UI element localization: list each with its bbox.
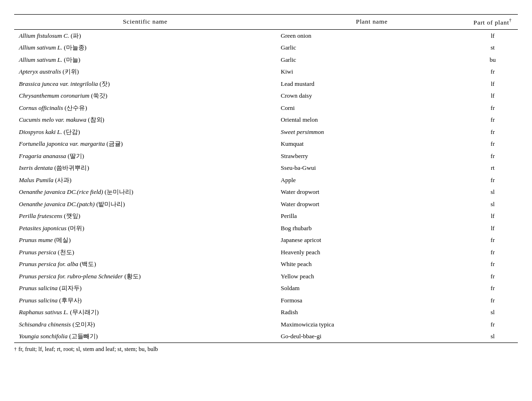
table-row: Cucumis melo var. makuwa (참외)Oriental me… — [14, 114, 518, 126]
part-of-plant-cell: fr — [467, 294, 518, 307]
table-footnote: † fr, fruit; lf, leaf; rt, root; sl, ste… — [14, 346, 518, 353]
scientific-name-cell: Apteryx australis (키위) — [14, 66, 276, 78]
table-row: Prunus mume (메실)Japanese apricotfr — [14, 234, 518, 246]
plant-name-cell: Kiwi — [276, 66, 467, 78]
table-row: Petasites japonicus (머위)Bog rhubarblf — [14, 222, 518, 234]
part-of-plant-cell: sl — [467, 198, 518, 210]
scientific-name-header: Scientific name — [14, 15, 276, 30]
scientific-name-cell: Prunus persica for. alba (백도) — [14, 258, 276, 270]
plant-name-cell: Japanese apricot — [276, 234, 467, 246]
part-of-plant-cell: fr — [467, 66, 518, 78]
scientific-name-cell: Cornus officinalis (산수유) — [14, 102, 276, 114]
plant-name-cell: Formosa — [276, 294, 467, 307]
part-of-plant-cell: lf — [467, 78, 518, 90]
part-of-plant-cell: fr — [467, 270, 518, 283]
part-of-plant-header: Part of plant† — [467, 15, 518, 30]
part-of-plant-cell: sl — [467, 306, 518, 318]
part-of-plant-cell: sl — [467, 186, 518, 198]
data-table: Scientific name Plant name Part of plant… — [14, 14, 518, 343]
scientific-name-cell: Malus Pumila (사과) — [14, 174, 276, 186]
plant-name-cell: Sweet persimmon — [276, 126, 467, 138]
part-of-plant-cell: lf — [467, 90, 518, 102]
table-row: Allium sativum L. (마늘)Garlicbu — [14, 54, 518, 66]
part-of-plant-cell: fr — [467, 258, 518, 270]
scientific-name-cell: Oenanthe javanica DC.(patch) (밭미나리) — [14, 198, 276, 210]
scientific-name-cell: Prunus mume (메실) — [14, 234, 276, 246]
part-of-plant-cell: lf — [467, 222, 518, 234]
table-row: Allium sativum L. (마늘종)Garlicst — [14, 42, 518, 54]
part-of-plant-cell: fr — [467, 102, 518, 114]
table-row: Prunus salicina (피자두)Soldamfr — [14, 282, 518, 294]
scientific-name-cell: Ixeris dentata (씀바귀뿌리) — [14, 162, 276, 174]
scientific-name-cell: Brassica juncea var. integrilolia (잣) — [14, 78, 276, 90]
plant-name-cell: Soldam — [276, 282, 467, 294]
part-of-plant-cell: bu — [467, 54, 518, 66]
part-of-plant-cell: fr — [467, 246, 518, 259]
footnote-ref-header: † — [509, 17, 512, 23]
plant-name-cell: Sseu-ba-Gwui — [276, 162, 467, 174]
plant-name-cell: Kumquat — [276, 138, 467, 150]
scientific-name-cell: Prunus salicina (피자두) — [14, 282, 276, 294]
part-of-plant-cell: lf — [467, 210, 518, 222]
scientific-name-cell: Prunus salicina (후무사) — [14, 294, 276, 307]
scientific-name-cell: Chrysanthemum coronarium (쑥갓) — [14, 90, 276, 102]
footnote-symbol: † — [14, 347, 17, 351]
part-of-plant-cell: fr — [467, 138, 518, 150]
table-row: Raphanus sativus L. (무시래기)Radishsl — [14, 306, 518, 318]
plant-name-cell: Apple — [276, 174, 467, 186]
part-of-plant-cell: fr — [467, 282, 518, 294]
footnote-text: fr, fruit; lf, leaf; rt, root; sl, stem … — [18, 346, 158, 353]
part-of-plant-cell: st — [467, 42, 518, 54]
plant-name-cell: Bog rhubarb — [276, 222, 467, 234]
plant-name-cell: Oriental melon — [276, 114, 467, 126]
part-of-plant-cell: fr — [467, 318, 518, 331]
main-table-container: Scientific name Plant name Part of plant… — [14, 14, 518, 353]
plant-name-cell: Garlic — [276, 54, 467, 66]
plant-name-cell: Radish — [276, 306, 467, 318]
plant-name-cell: Maximowiczia typica — [276, 318, 467, 331]
table-row: Allium fistulosum C. (파)Green onionlf — [14, 29, 518, 42]
scientific-name-cell: Petasites japonicus (머위) — [14, 222, 276, 234]
scientific-name-cell: Allium fistulosum C. (파) — [14, 29, 276, 42]
part-of-plant-cell: lf — [467, 29, 518, 42]
table-row: Oenanthe javanica DC.(patch) (밭미나리)Water… — [14, 198, 518, 210]
plant-name-cell: Heavenly peach — [276, 246, 467, 259]
table-row: Ixeris dentata (씀바귀뿌리)Sseu-ba-Gwuirt — [14, 162, 518, 174]
scientific-name-cell: Allium sativum L. (마늘종) — [14, 42, 276, 54]
table-row: Diospyros kaki L. (단감)Sweet persimmonfr — [14, 126, 518, 138]
plant-name-cell: Water dropwort — [276, 186, 467, 198]
scientific-name-cell: Cucumis melo var. makuwa (참외) — [14, 114, 276, 126]
plant-name-cell: Perilla — [276, 210, 467, 222]
table-row: Chrysanthemum coronarium (쑥갓)Crown daisy… — [14, 90, 518, 102]
table-row: Malus Pumila (사과)Applefr — [14, 174, 518, 186]
table-row: Brassica juncea var. integrilolia (잣)Lea… — [14, 78, 518, 90]
plant-name-cell: White peach — [276, 258, 467, 270]
part-of-plant-cell: sl — [467, 330, 518, 343]
table-row: Prunus salicina (후무사)Formosafr — [14, 294, 518, 307]
table-row: Fortunella japonica var. margarita (금귤)K… — [14, 138, 518, 150]
table-row: Perilla frutescens (깻잎)Perillalf — [14, 210, 518, 222]
table-row: Youngia sonchifolia (고들빼기)Go-deul-bbae-g… — [14, 330, 518, 343]
table-row: Fragaria ananassa (딸기)Strawberryfr — [14, 150, 518, 162]
scientific-name-cell: Youngia sonchifolia (고들빼기) — [14, 330, 276, 343]
scientific-name-cell: Prunus persica for. rubro-plena Schneide… — [14, 270, 276, 283]
scientific-name-cell: Fortunella japonica var. margarita (금귤) — [14, 138, 276, 150]
plant-name-cell: Yellow peach — [276, 270, 467, 283]
scientific-name-cell: Schisandra chinensis (오미자) — [14, 318, 276, 331]
part-of-plant-cell: fr — [467, 150, 518, 162]
scientific-name-cell: Diospyros kaki L. (단감) — [14, 126, 276, 138]
part-of-plant-cell: fr — [467, 114, 518, 126]
part-of-plant-cell: fr — [467, 174, 518, 186]
scientific-name-cell: Perilla frutescens (깻잎) — [14, 210, 276, 222]
scientific-name-cell: Raphanus sativus L. (무시래기) — [14, 306, 276, 318]
plant-name-cell: Strawberry — [276, 150, 467, 162]
scientific-name-cell: Fragaria ananassa (딸기) — [14, 150, 276, 162]
plant-name-cell: Green onion — [276, 29, 467, 42]
plant-name-cell: Crown daisy — [276, 90, 467, 102]
plant-name-header: Plant name — [276, 15, 467, 30]
scientific-name-cell: Oenanthe javanica DC.(rice field) (눈미나리) — [14, 186, 276, 198]
plant-name-cell: Water dropwort — [276, 198, 467, 210]
part-of-plant-cell: fr — [467, 126, 518, 138]
table-row: Prunus persica for. alba (백도)White peach… — [14, 258, 518, 270]
part-of-plant-cell: fr — [467, 234, 518, 246]
